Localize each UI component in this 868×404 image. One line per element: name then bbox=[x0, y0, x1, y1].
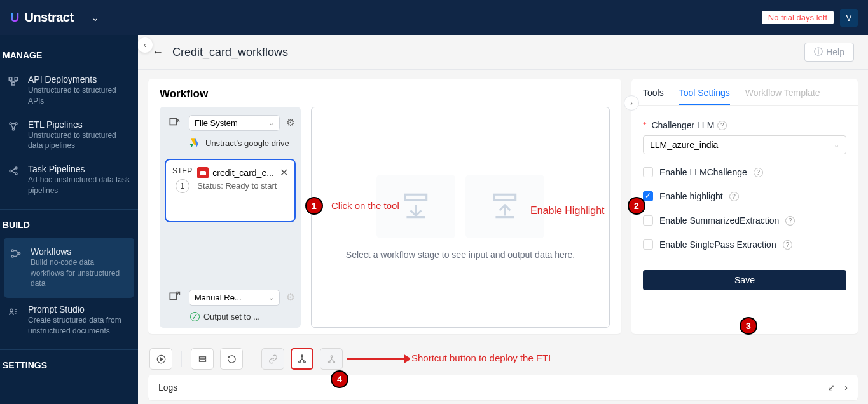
svg-point-19 bbox=[299, 361, 301, 363]
checkbox-llmchallenge[interactable]: Enable LLMChallenge ? bbox=[643, 167, 846, 177]
link-button bbox=[261, 348, 284, 370]
logo: U Unstract ⌄ bbox=[10, 10, 99, 25]
workflow-icon bbox=[10, 246, 24, 262]
step-card[interactable]: STEP 1 credit_card_e... ✕ Status: Ready … bbox=[165, 159, 296, 222]
page-title: Credit_card_workflows bbox=[172, 46, 288, 59]
api-icon bbox=[8, 74, 22, 90]
sidebar-item-api-deployments[interactable]: API DeploymentsUnstructured to structure… bbox=[0, 68, 138, 113]
chevron-down-icon: ⌄ bbox=[268, 293, 274, 302]
gear-icon[interactable]: ⚙ bbox=[286, 117, 294, 128]
sidebar-heading-settings: SETTINGS bbox=[0, 356, 138, 378]
refresh-button[interactable] bbox=[220, 348, 243, 370]
sidebar-item-label: ETL Pipelines bbox=[28, 119, 130, 130]
svg-rect-1 bbox=[15, 77, 18, 81]
checkbox-summarized[interactable]: Enable SummarizedExtraction ? bbox=[643, 215, 846, 226]
svg-point-3 bbox=[10, 123, 11, 125]
chevron-right-icon[interactable]: › bbox=[844, 382, 848, 393]
output-dest-select[interactable]: Manual Re... ⌄ bbox=[189, 290, 280, 306]
svg-point-6 bbox=[10, 170, 11, 172]
info-icon[interactable]: ? bbox=[785, 216, 795, 226]
info-icon[interactable]: ? bbox=[717, 121, 727, 130]
info-icon[interactable]: ? bbox=[783, 240, 792, 250]
logs-title: Logs bbox=[158, 382, 177, 393]
sidebar-heading-build: BUILD bbox=[0, 216, 138, 238]
help-label: Help bbox=[826, 47, 844, 57]
sidebar-item-prompt-studio[interactable]: Prompt StudioCreate structured data from… bbox=[0, 298, 138, 343]
info-icon[interactable]: ? bbox=[754, 168, 763, 177]
sidebar-item-etl-pipelines[interactable]: ETL PipelinesUnstructured to structured … bbox=[0, 113, 138, 158]
checkbox-label: Enable SinglePass Extraction bbox=[659, 239, 776, 250]
play-button[interactable] bbox=[149, 348, 172, 370]
svg-point-21 bbox=[331, 355, 333, 357]
input-source-value: File System bbox=[195, 118, 238, 128]
google-drive-icon bbox=[189, 137, 200, 149]
chevron-down-icon[interactable]: ⌄ bbox=[92, 13, 99, 23]
sidebar-item-label: Workflows bbox=[31, 246, 128, 257]
svg-point-9 bbox=[11, 250, 13, 252]
svg-point-23 bbox=[333, 361, 335, 363]
back-arrow-icon[interactable]: ← bbox=[152, 46, 163, 59]
divider bbox=[252, 351, 252, 367]
workflow-preview: Select a workflow stage to see input and… bbox=[311, 107, 610, 328]
sidebar-item-task-pipelines[interactable]: Task PipelinesAd-hoc unstructured data t… bbox=[0, 158, 138, 203]
checkbox-highlight[interactable]: Enable highlight ? bbox=[643, 191, 846, 201]
panel-collapse-button[interactable]: › bbox=[624, 95, 639, 111]
expand-icon[interactable]: ⤢ bbox=[828, 382, 836, 393]
deploy-etl-button[interactable] bbox=[291, 348, 313, 370]
svg-point-22 bbox=[328, 361, 330, 363]
svg-rect-13 bbox=[405, 194, 426, 199]
svg-point-20 bbox=[304, 361, 306, 363]
svg-point-12 bbox=[10, 309, 13, 312]
checkbox-icon[interactable] bbox=[643, 239, 653, 250]
annotation-badge-1: 1 bbox=[305, 197, 323, 215]
workflow-stages: File System ⌄ ⚙ Unstract's google drive … bbox=[160, 107, 301, 328]
tool-name: credit_card_e... bbox=[212, 168, 274, 178]
challenger-select[interactable]: LLM_azure_india ⌄ bbox=[643, 135, 846, 154]
workflow-heading: Workflow bbox=[160, 88, 610, 100]
checkbox-icon[interactable] bbox=[643, 215, 653, 226]
annotation-arrow bbox=[347, 354, 410, 364]
checkbox-singlepass[interactable]: Enable SinglePass Extraction ? bbox=[643, 239, 846, 250]
divider bbox=[0, 209, 138, 210]
challenger-value: LLM_azure_india bbox=[650, 140, 718, 150]
save-button[interactable]: Save bbox=[643, 270, 846, 290]
tab-tool-settings[interactable]: Tool Settings bbox=[679, 88, 730, 105]
avatar[interactable]: V bbox=[840, 9, 858, 27]
svg-point-8 bbox=[15, 173, 17, 175]
storage-button[interactable] bbox=[191, 348, 214, 370]
annotation-text-4: Shortcut button to deploy the ETL bbox=[411, 353, 553, 363]
annotation-text-1: Click on the tool bbox=[331, 200, 399, 211]
disabled-button bbox=[320, 348, 343, 370]
page-header: ← Credit_card_workflows ⓘ Help bbox=[138, 35, 868, 70]
annotation-badge-3: 3 bbox=[740, 317, 757, 335]
sidebar: MANAGE API DeploymentsUnstructured to st… bbox=[0, 35, 138, 404]
checkbox-label: Enable SummarizedExtraction bbox=[659, 215, 779, 226]
pipeline-icon bbox=[8, 119, 22, 135]
chevron-down-icon: ⌄ bbox=[834, 141, 839, 149]
tab-tools[interactable]: Tools bbox=[643, 88, 664, 105]
svg-point-7 bbox=[15, 167, 17, 169]
drive-label: Unstract's google drive bbox=[205, 138, 289, 148]
sidebar-heading-manage: MANAGE bbox=[0, 46, 138, 68]
logs-bar[interactable]: Logs ⤢ › bbox=[148, 375, 858, 400]
sidebar-item-workflows[interactable]: WorkflowsBuild no-code data workflows fo… bbox=[4, 238, 134, 298]
sidebar-item-label: Prompt Studio bbox=[28, 304, 130, 314]
brand-name: Unstract bbox=[24, 10, 73, 25]
challenger-label: * Challenger LLM ? bbox=[643, 120, 846, 130]
close-icon[interactable]: ✕ bbox=[280, 166, 288, 178]
annotation-badge-4: 4 bbox=[331, 370, 348, 388]
sidebar-collapse-button[interactable]: ‹ bbox=[138, 37, 153, 53]
prompt-icon bbox=[8, 304, 22, 320]
svg-rect-17 bbox=[199, 360, 205, 361]
input-source-select[interactable]: File System ⌄ bbox=[189, 115, 280, 131]
help-button[interactable]: ⓘ Help bbox=[804, 43, 854, 62]
sidebar-item-sub: Ad-hoc unstructured data task pipelines bbox=[28, 175, 130, 196]
info-icon[interactable]: ? bbox=[729, 192, 739, 201]
sidebar-item-sub: Unstructured to structured data pipeline… bbox=[28, 130, 130, 152]
svg-point-5 bbox=[13, 128, 15, 130]
checkbox-icon[interactable] bbox=[643, 167, 653, 177]
svg-rect-2 bbox=[12, 83, 15, 86]
annotation-badge-2: 2 bbox=[628, 197, 645, 215]
gear-icon: ⚙ bbox=[286, 292, 294, 303]
tool-status: Status: Ready to start bbox=[197, 181, 288, 191]
